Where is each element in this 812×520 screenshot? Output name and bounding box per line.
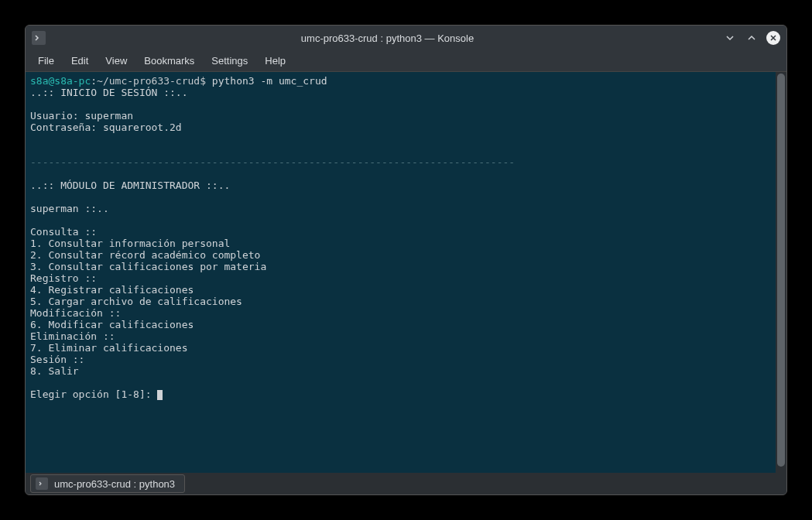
terminal[interactable]: s8a@s8a-pc:~/umc-pro633-crud$ python3 -m… (26, 72, 776, 473)
window-controls (723, 31, 780, 45)
tabbar: umc-pro633-crud : python3 (26, 473, 786, 494)
prompt-user: s8a@s8a-pc (30, 75, 91, 87)
terminal-line: 6. Modificar calificaciones (30, 319, 194, 330)
terminal-line: Consulta :: (30, 226, 97, 238)
prompt-path: ~/umc-pro633-crud$ (97, 75, 206, 87)
terminal-area: s8a@s8a-pc:~/umc-pro633-crud$ python3 -m… (26, 72, 786, 473)
terminal-line: ..:: MÓDULO DE ADMINISTRADOR ::.. (30, 180, 230, 191)
minimize-button[interactable] (723, 31, 737, 45)
menu-file[interactable]: File (30, 52, 62, 70)
terminal-line: Usuario: superman (30, 110, 133, 121)
terminal-command: python3 -m umc_crud (206, 75, 327, 87)
terminal-line: Modificación :: (30, 307, 121, 319)
menu-bookmarks[interactable]: Bookmarks (136, 52, 202, 70)
terminal-line: 2. Consultar récord académico completo (30, 249, 260, 261)
konsole-window: umc-pro633-crud : python3 — Konsole File… (25, 25, 787, 495)
menu-view[interactable]: View (98, 52, 135, 70)
tab-active[interactable]: umc-pro633-crud : python3 (30, 474, 185, 493)
terminal-line: 4. Registrar calificaciones (30, 284, 194, 296)
menu-settings[interactable]: Settings (204, 52, 255, 70)
terminal-line: ..:: INICIO DE SESIÓN ::.. (30, 87, 188, 98)
tab-label: umc-pro633-crud : python3 (54, 478, 175, 490)
menu-edit[interactable]: Edit (63, 52, 96, 70)
terminal-icon (36, 477, 48, 490)
terminal-line: superman ::.. (30, 203, 109, 214)
menu-help[interactable]: Help (257, 52, 293, 70)
maximize-button[interactable] (745, 31, 759, 45)
titlebar: umc-pro633-crud : python3 — Konsole (26, 26, 786, 50)
menubar: File Edit View Bookmarks Settings Help (26, 50, 786, 72)
terminal-line: 5. Cargar archivo de calificaciones (30, 296, 242, 307)
close-button[interactable] (766, 31, 780, 45)
terminal-line: 1. Consultar información personal (30, 238, 230, 249)
terminal-line: 3. Consultar calificaciones por materia (30, 261, 266, 272)
terminal-line: 7. Eliminar calificaciones (30, 342, 188, 354)
scrollbar[interactable] (776, 72, 786, 473)
terminal-line: Sesión :: (30, 354, 84, 365)
window-title: umc-pro633-crud : python3 — Konsole (52, 32, 723, 44)
terminal-icon (32, 31, 46, 45)
terminal-prompt-input: Elegir opción [1-8]: (30, 388, 157, 400)
terminal-line: Registro :: (30, 272, 97, 284)
terminal-divider: ----------------------------------------… (30, 156, 515, 168)
terminal-line: Contraseña: squareroot.2d (30, 121, 182, 133)
scrollbar-thumb[interactable] (777, 74, 785, 467)
cursor (157, 390, 163, 400)
prompt-sep: : (91, 75, 97, 87)
terminal-line: 8. Salir (30, 365, 79, 377)
terminal-line: Eliminación :: (30, 330, 115, 342)
